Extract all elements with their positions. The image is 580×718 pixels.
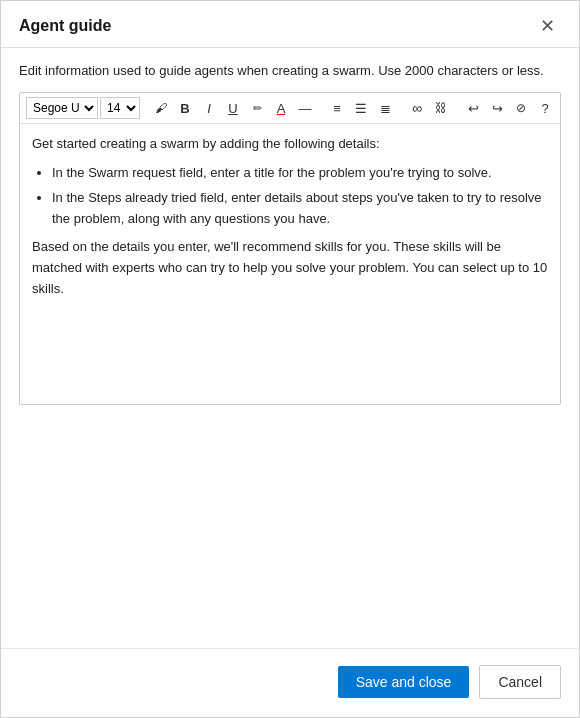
help-button[interactable]: ? bbox=[534, 97, 556, 119]
cancel-button[interactable]: Cancel bbox=[479, 665, 561, 699]
editor-content[interactable]: Get started creating a swarm by adding t… bbox=[20, 124, 560, 404]
dialog-body: Edit information used to guide agents wh… bbox=[1, 48, 579, 648]
insert-link-icon: ∞ bbox=[412, 100, 422, 116]
strikethrough-button[interactable]: — bbox=[294, 97, 316, 119]
font-color-button[interactable]: A bbox=[270, 97, 292, 119]
dialog-header: Agent guide ✕ bbox=[1, 1, 579, 48]
editor-bullet-2: In the Steps already tried field, enter … bbox=[52, 188, 548, 230]
editor-container: Segoe UI Arial Times New Roman Courier N… bbox=[19, 92, 561, 405]
editor-paragraph-1: Get started creating a swarm by adding t… bbox=[32, 134, 548, 155]
undo-icon: ↩ bbox=[468, 101, 479, 116]
dialog-title: Agent guide bbox=[19, 17, 111, 35]
italic-button[interactable]: I bbox=[198, 97, 220, 119]
bold-icon: B bbox=[180, 101, 189, 116]
link-icon: ⛓ bbox=[435, 101, 447, 115]
bullets-button[interactable]: ≡ bbox=[326, 97, 348, 119]
highlight-icon: ✏ bbox=[253, 102, 262, 115]
clear-format-button[interactable]: 🖌 bbox=[150, 97, 172, 119]
link-button[interactable]: ⛓ bbox=[430, 97, 452, 119]
editor-list: In the Swarm request field, enter a titl… bbox=[52, 163, 548, 229]
italic-icon: I bbox=[207, 101, 211, 116]
font-color-icon: A bbox=[277, 101, 286, 116]
numbering-button[interactable]: ☰ bbox=[350, 97, 372, 119]
insert-link-button[interactable]: ∞ bbox=[406, 97, 428, 119]
numbering-icon: ☰ bbox=[355, 101, 367, 116]
underline-icon: U bbox=[228, 101, 237, 116]
eraser-button[interactable]: ⊘ bbox=[510, 97, 532, 119]
editor-paragraph-2: Based on the details you enter, we'll re… bbox=[32, 237, 548, 299]
align-icon: ≣ bbox=[380, 101, 391, 116]
editor-bullet-1: In the Swarm request field, enter a titl… bbox=[52, 163, 548, 184]
close-button[interactable]: ✕ bbox=[534, 15, 561, 37]
toolbar: Segoe UI Arial Times New Roman Courier N… bbox=[20, 93, 560, 124]
strikethrough-icon: — bbox=[299, 101, 312, 116]
description-text: Edit information used to guide agents wh… bbox=[19, 62, 561, 80]
eraser-icon: ⊘ bbox=[516, 101, 526, 115]
undo-button[interactable]: ↩ bbox=[462, 97, 484, 119]
redo-button[interactable]: ↪ bbox=[486, 97, 508, 119]
bold-button[interactable]: B bbox=[174, 97, 196, 119]
align-button[interactable]: ≣ bbox=[374, 97, 396, 119]
font-family-select[interactable]: Segoe UI Arial Times New Roman Courier N… bbox=[26, 97, 98, 119]
underline-button[interactable]: U bbox=[222, 97, 244, 119]
agent-guide-dialog: Agent guide ✕ Edit information used to g… bbox=[0, 0, 580, 718]
bullets-icon: ≡ bbox=[333, 101, 341, 116]
save-and-close-button[interactable]: Save and close bbox=[338, 666, 470, 698]
highlight-button[interactable]: ✏ bbox=[246, 97, 268, 119]
dialog-footer: Save and close Cancel bbox=[1, 648, 579, 717]
help-icon: ? bbox=[541, 101, 548, 116]
clear-format-icon: 🖌 bbox=[155, 101, 167, 115]
font-size-select[interactable]: 891011 121416 182024 bbox=[100, 97, 140, 119]
redo-icon: ↪ bbox=[492, 101, 503, 116]
